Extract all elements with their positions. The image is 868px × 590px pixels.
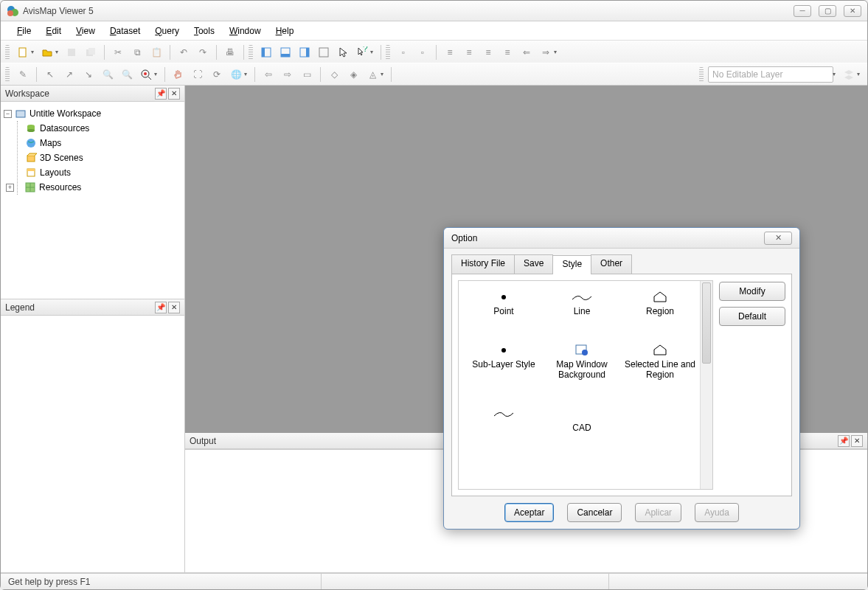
help-pointer-tool[interactable]: ? — [353, 44, 371, 61]
cancel-button[interactable]: Cancelar — [567, 503, 622, 522]
undo-button: ↶ — [175, 44, 192, 61]
svg-point-27 — [501, 295, 506, 299]
fullextent: ⛶ — [189, 66, 206, 83]
region-icon — [622, 288, 698, 306]
tree-expand-icon[interactable]: + — [6, 184, 14, 192]
scrollbar[interactable] — [700, 281, 712, 489]
titlebar[interactable]: AvisMap Viewer 5 ─ ▢ ✕ — [1, 1, 867, 21]
menu-help[interactable]: Help — [270, 24, 300, 38]
zoom-fit[interactable] — [137, 66, 155, 83]
toolbar-grip[interactable] — [699, 67, 704, 82]
tree-collapse-icon[interactable]: − — [4, 110, 12, 118]
toolbar-grip[interactable] — [386, 45, 390, 60]
resources-icon — [24, 181, 36, 193]
workspace-header[interactable]: Workspace 📌 ✕ — [1, 86, 184, 102]
maximize-button[interactable]: ▢ — [819, 5, 836, 17]
pin-icon[interactable]: 📌 — [155, 88, 167, 100]
menu-view[interactable]: View — [70, 24, 101, 38]
globe: 🌐 — [227, 66, 245, 83]
tree-item-maps[interactable]: Maps — [25, 136, 181, 150]
style-listbox[interactable]: Point Line Region — [458, 280, 713, 490]
menu-tools[interactable]: Tools — [188, 24, 221, 38]
style-item-region[interactable]: Region — [622, 288, 698, 316]
tree-item-datasources[interactable]: Datasources — [25, 121, 181, 136]
workspace-icon — [15, 108, 27, 119]
tab-style[interactable]: Style — [552, 255, 591, 274]
editable-layer-combo[interactable]: No Editable Layer — [708, 66, 833, 83]
open-button[interactable] — [38, 44, 56, 61]
left-column: Workspace 📌 ✕ − Untitle Workspace Dataso… — [1, 86, 185, 573]
style-item-mapwindowbg[interactable]: Map Window Background — [544, 341, 619, 380]
menu-query[interactable]: Query — [149, 24, 185, 38]
tab-save[interactable]: Save — [514, 254, 553, 274]
style-item-sublayer[interactable]: Sub-Layer Style — [466, 341, 541, 380]
option-dialog[interactable]: Option ✕ History File Save Style Other — [443, 227, 800, 530]
menubar: File Edit View Dataset Query Tools Windo… — [1, 21, 867, 41]
pin-icon[interactable]: 📌 — [838, 435, 850, 447]
style-item-cad[interactable]: CAD — [544, 405, 619, 433]
panel-close-icon[interactable]: ✕ — [168, 302, 180, 313]
tab-other[interactable]: Other — [591, 254, 632, 274]
tab-history-file[interactable]: History File — [451, 254, 515, 274]
accept-button[interactable]: Aceptar — [504, 503, 554, 522]
main-window: AvisMap Viewer 5 ─ ▢ ✕ File Edit View Da… — [0, 0, 868, 590]
svg-rect-13 — [319, 48, 328, 57]
align-1: ≡ — [441, 44, 459, 61]
panel-close-icon[interactable]: ✕ — [168, 88, 180, 100]
maps-icon — [25, 137, 37, 149]
dialog-titlebar[interactable]: Option ✕ — [444, 228, 799, 249]
default-button[interactable]: Default — [719, 307, 785, 326]
tree-item-3dscenes[interactable]: 3D Scenes — [25, 150, 181, 165]
pan-tool[interactable] — [170, 66, 187, 83]
redo-button: ↷ — [194, 44, 212, 61]
style-item-9[interactable] — [622, 405, 698, 433]
print-button: 🖶 — [221, 44, 239, 61]
svg-text:?: ? — [363, 46, 368, 54]
menu-edit[interactable]: Edit — [40, 24, 67, 38]
style-item-line[interactable]: Line — [544, 288, 619, 316]
svg-point-2 — [7, 10, 13, 16]
tree-item-layouts[interactable]: Layouts — [25, 165, 181, 180]
style-item-7[interactable] — [466, 405, 541, 433]
clear-2: ◈ — [344, 66, 362, 83]
align-3: ≡ — [479, 44, 497, 61]
tree-item-resources[interactable]: + Resources — [25, 180, 181, 195]
svg-rect-23 — [27, 156, 35, 162]
close-button[interactable]: ✕ — [844, 5, 861, 17]
panel-toggle-3[interactable] — [296, 44, 313, 61]
legend-header[interactable]: Legend 📌 ✕ — [1, 299, 184, 316]
edit-tool: ✎ — [14, 66, 32, 83]
scrollbar-thumb[interactable] — [702, 282, 711, 364]
pin-icon[interactable]: 📌 — [155, 302, 167, 313]
pointer-tool[interactable] — [334, 44, 352, 61]
panel-toggle-2[interactable] — [277, 44, 294, 61]
svg-line-16 — [148, 77, 151, 80]
modify-button[interactable]: Modify — [719, 282, 785, 301]
new-button[interactable] — [14, 44, 32, 61]
svg-point-30 — [582, 350, 588, 355]
apply-button: Aplicar — [635, 503, 681, 522]
panel-close-icon[interactable]: ✕ — [851, 435, 863, 447]
svg-rect-4 — [68, 49, 75, 56]
tree-root[interactable]: − Untitle Workspace — [4, 106, 181, 121]
panel-toggle-1[interactable] — [257, 44, 275, 61]
toolbar-grip[interactable] — [5, 67, 10, 82]
menu-dataset[interactable]: Dataset — [104, 24, 146, 38]
style-item-selected[interactable]: Selected Line and Region — [622, 341, 698, 380]
toolbar-grip[interactable] — [249, 45, 253, 60]
menu-window[interactable]: Window — [223, 24, 267, 38]
window-title: AvisMap Viewer 5 — [23, 6, 794, 16]
layers-button — [840, 66, 858, 83]
svg-rect-10 — [281, 54, 290, 57]
dialog-close-button[interactable]: ✕ — [764, 232, 792, 245]
minimize-button[interactable]: ─ — [794, 5, 811, 17]
toolbar-grip[interactable] — [5, 45, 10, 60]
dialog-buttons: Aceptar Cancelar Aplicar Ayuda — [451, 496, 792, 529]
menu-file[interactable]: File — [11, 24, 37, 38]
style-item-point[interactable]: Point — [466, 288, 541, 316]
nav-next: ⇨ — [279, 66, 296, 83]
saveall-button — [82, 44, 100, 61]
scenes-icon — [25, 152, 37, 164]
panel-toggle-4[interactable] — [315, 44, 333, 61]
workspace-tree[interactable]: − Untitle Workspace Datasources Maps — [1, 102, 184, 299]
